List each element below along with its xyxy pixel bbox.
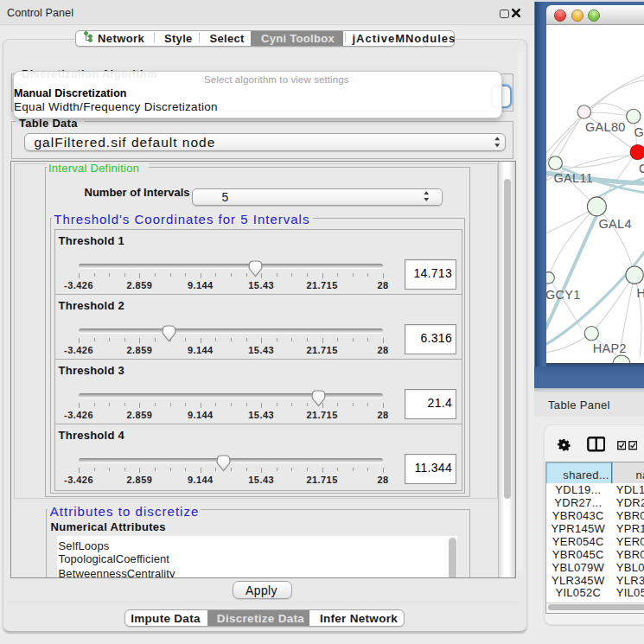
svg-text:GCY1: GCY1	[546, 288, 581, 302]
svg-text:C: C	[639, 162, 644, 175]
svg-text:GA: GA	[634, 125, 644, 139]
svg-text:GAL11: GAL11	[553, 171, 593, 185]
svg-text:GAL80: GAL80	[585, 120, 626, 134]
svg-text:HAP2: HAP2	[592, 341, 626, 355]
svg-text:GAL4: GAL4	[598, 217, 631, 231]
svg-text:H: H	[636, 286, 644, 300]
